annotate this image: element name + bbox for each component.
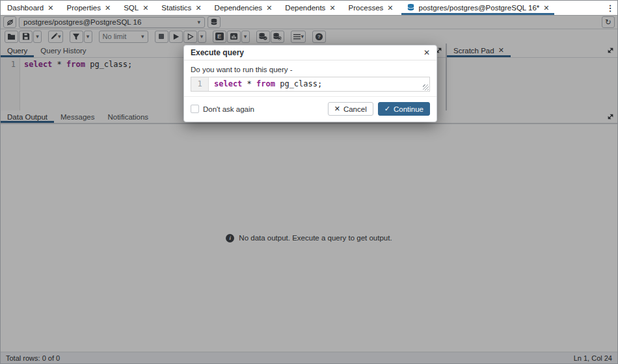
close-icon: ✕ bbox=[334, 105, 340, 112]
dialog-body: Do you want to run this query - 1 select… bbox=[184, 60, 437, 96]
close-icon[interactable]: ✕ bbox=[387, 5, 393, 12]
tab-query-tool-active[interactable]: postgres/postgres@PostgreSQL 16* ✕ bbox=[400, 1, 556, 15]
tab-sql[interactable]: SQL ✕ bbox=[117, 1, 155, 15]
query-tool-main: postgres/postgres@PostgreSQL 16 ▾ ↻ ▾ bbox=[1, 15, 617, 363]
tab-processes[interactable]: Processes ✕ bbox=[342, 1, 400, 15]
tab-label: Statistics bbox=[161, 4, 191, 12]
database-icon bbox=[407, 3, 415, 13]
dialog-header: Execute query ✕ bbox=[184, 46, 437, 60]
dialog-query-preview: 1 select * from pg_class; bbox=[191, 77, 430, 92]
tab-label: Dependencies bbox=[215, 4, 263, 12]
resize-handle[interactable] bbox=[423, 84, 429, 90]
tab-dashboard[interactable]: Dashboard ✕ bbox=[1, 1, 60, 15]
tab-label: SQL bbox=[124, 4, 139, 12]
line-number: 1 bbox=[191, 79, 208, 88]
tab-statistics[interactable]: Statistics ✕ bbox=[155, 1, 208, 15]
dont-ask-again-option[interactable]: Don't ask again bbox=[191, 105, 328, 113]
close-icon[interactable]: ✕ bbox=[105, 5, 111, 12]
close-icon[interactable]: ✕ bbox=[47, 5, 53, 12]
continue-button[interactable]: ✓ Continue bbox=[378, 102, 430, 116]
tab-dependents[interactable]: Dependents ✕ bbox=[278, 1, 342, 15]
pgadmin-query-tool-window: Dashboard ✕ Properties ✕ SQL ✕ Statistic… bbox=[0, 0, 618, 364]
tab-label: Dashboard bbox=[7, 4, 44, 12]
tab-overflow-menu-icon[interactable]: ⋮ bbox=[603, 1, 617, 15]
cancel-label: Cancel bbox=[343, 105, 367, 113]
dialog-title: Execute query bbox=[191, 48, 423, 57]
tab-properties[interactable]: Properties ✕ bbox=[60, 1, 117, 15]
close-icon[interactable]: ✕ bbox=[142, 5, 148, 12]
dont-ask-again-checkbox[interactable] bbox=[191, 105, 199, 113]
tab-label: Dependents bbox=[285, 4, 325, 12]
sql-keyword: select bbox=[214, 79, 242, 88]
tabbar-spacer bbox=[556, 1, 603, 15]
dont-ask-again-label: Don't ask again bbox=[203, 105, 254, 113]
cancel-button[interactable]: ✕ Cancel bbox=[328, 102, 373, 116]
sql-operator: * bbox=[242, 79, 256, 88]
dialog-message: Do you want to run this query - bbox=[191, 66, 430, 73]
line-number-gutter: 1 bbox=[191, 77, 209, 91]
close-icon[interactable]: ✕ bbox=[266, 5, 272, 12]
document-tabbar: Dashboard ✕ Properties ✕ SQL ✕ Statistic… bbox=[1, 1, 617, 15]
sql-keyword: from bbox=[256, 79, 275, 88]
close-icon[interactable]: ✕ bbox=[543, 5, 549, 12]
tab-label: Properties bbox=[66, 4, 100, 12]
close-icon[interactable]: ✕ bbox=[423, 48, 430, 57]
close-icon[interactable]: ✕ bbox=[195, 5, 201, 12]
continue-label: Continue bbox=[394, 105, 423, 113]
dialog-code-line: select * from pg_class; bbox=[209, 77, 429, 91]
tab-dependencies[interactable]: Dependencies ✕ bbox=[208, 1, 279, 15]
close-icon[interactable]: ✕ bbox=[329, 5, 335, 12]
check-icon: ✓ bbox=[384, 105, 390, 112]
dialog-footer: Don't ask again ✕ Cancel ✓ Continue bbox=[184, 96, 437, 122]
execute-query-dialog: Execute query ✕ Do you want to run this … bbox=[183, 45, 437, 122]
tab-label: postgres/postgres@PostgreSQL 16* bbox=[419, 4, 540, 12]
sql-identifier: pg_class; bbox=[275, 79, 322, 88]
tab-label: Processes bbox=[349, 4, 384, 12]
